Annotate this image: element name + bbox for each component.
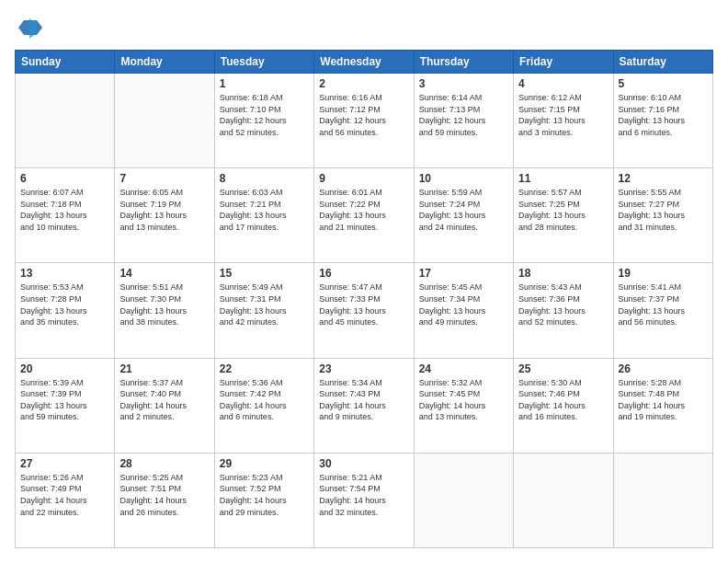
calendar-cell: 22Sunrise: 5:36 AM Sunset: 7:42 PM Dayli… xyxy=(214,358,313,453)
week-row-1: 1Sunrise: 6:18 AM Sunset: 7:10 PM Daylig… xyxy=(16,74,713,168)
day-number: 6 xyxy=(20,172,109,185)
week-row-5: 27Sunrise: 5:26 AM Sunset: 7:49 PM Dayli… xyxy=(16,453,713,547)
day-header-wednesday: Wednesday xyxy=(314,51,414,74)
calendar-cell: 1Sunrise: 6:18 AM Sunset: 7:10 PM Daylig… xyxy=(214,74,313,168)
day-number: 26 xyxy=(619,362,708,375)
day-number: 5 xyxy=(619,77,708,90)
day-info: Sunrise: 5:55 AM Sunset: 7:27 PM Dayligh… xyxy=(619,187,708,233)
day-number: 22 xyxy=(220,362,309,375)
day-info: Sunrise: 5:26 AM Sunset: 7:49 PM Dayligh… xyxy=(20,472,109,518)
day-info: Sunrise: 5:41 AM Sunset: 7:37 PM Dayligh… xyxy=(619,282,708,327)
day-info: Sunrise: 6:10 AM Sunset: 7:16 PM Dayligh… xyxy=(619,92,708,138)
day-info: Sunrise: 5:36 AM Sunset: 7:42 PM Dayligh… xyxy=(220,377,309,423)
day-info: Sunrise: 6:01 AM Sunset: 7:22 PM Dayligh… xyxy=(319,187,408,233)
day-header-friday: Friday xyxy=(514,51,613,74)
day-number: 27 xyxy=(20,457,109,470)
calendar-cell: 28Sunrise: 5:25 AM Sunset: 7:51 PM Dayli… xyxy=(115,453,214,547)
day-number: 9 xyxy=(319,172,408,185)
calendar-cell: 25Sunrise: 5:30 AM Sunset: 7:46 PM Dayli… xyxy=(514,358,613,453)
day-header-sunday: Sunday xyxy=(16,51,115,74)
day-info: Sunrise: 5:45 AM Sunset: 7:34 PM Dayligh… xyxy=(419,282,508,327)
day-info: Sunrise: 5:23 AM Sunset: 7:52 PM Dayligh… xyxy=(220,472,309,518)
day-number: 15 xyxy=(220,267,309,280)
header xyxy=(15,15,713,40)
calendar-cell xyxy=(613,453,712,547)
day-number: 4 xyxy=(518,77,608,90)
day-number: 14 xyxy=(119,267,209,280)
calendar-table: SundayMondayTuesdayWednesdayThursdayFrid… xyxy=(15,50,713,548)
logo xyxy=(15,15,42,40)
calendar-cell: 16Sunrise: 5:47 AM Sunset: 7:33 PM Dayli… xyxy=(314,263,414,358)
day-info: Sunrise: 5:25 AM Sunset: 7:51 PM Dayligh… xyxy=(119,472,209,518)
day-number: 8 xyxy=(220,172,309,185)
calendar-cell: 6Sunrise: 6:07 AM Sunset: 7:18 PM Daylig… xyxy=(16,168,115,263)
day-number: 17 xyxy=(419,267,508,280)
calendar-cell: 11Sunrise: 5:57 AM Sunset: 7:25 PM Dayli… xyxy=(514,168,613,263)
calendar-cell: 30Sunrise: 5:21 AM Sunset: 7:54 PM Dayli… xyxy=(314,453,414,547)
day-info: Sunrise: 5:32 AM Sunset: 7:45 PM Dayligh… xyxy=(419,377,508,423)
calendar-cell: 7Sunrise: 6:05 AM Sunset: 7:19 PM Daylig… xyxy=(115,168,214,263)
calendar-cell: 19Sunrise: 5:41 AM Sunset: 7:37 PM Dayli… xyxy=(613,263,712,358)
calendar-cell xyxy=(514,453,613,547)
calendar-cell: 17Sunrise: 5:45 AM Sunset: 7:34 PM Dayli… xyxy=(414,263,513,358)
day-number: 19 xyxy=(619,267,708,280)
week-row-4: 20Sunrise: 5:39 AM Sunset: 7:39 PM Dayli… xyxy=(16,358,713,453)
calendar-cell xyxy=(414,453,513,547)
calendar-cell: 12Sunrise: 5:55 AM Sunset: 7:27 PM Dayli… xyxy=(613,168,712,263)
day-info: Sunrise: 5:21 AM Sunset: 7:54 PM Dayligh… xyxy=(319,472,408,518)
day-info: Sunrise: 6:14 AM Sunset: 7:13 PM Dayligh… xyxy=(419,92,508,138)
day-number: 2 xyxy=(319,77,408,90)
calendar-cell: 27Sunrise: 5:26 AM Sunset: 7:49 PM Dayli… xyxy=(16,453,115,547)
calendar-cell: 9Sunrise: 6:01 AM Sunset: 7:22 PM Daylig… xyxy=(314,168,414,263)
day-info: Sunrise: 6:05 AM Sunset: 7:19 PM Dayligh… xyxy=(119,187,209,233)
day-info: Sunrise: 5:47 AM Sunset: 7:33 PM Dayligh… xyxy=(319,282,408,327)
day-number: 3 xyxy=(419,77,508,90)
calendar-cell: 18Sunrise: 5:43 AM Sunset: 7:36 PM Dayli… xyxy=(514,263,613,358)
calendar-cell: 10Sunrise: 5:59 AM Sunset: 7:24 PM Dayli… xyxy=(414,168,513,263)
calendar-cell: 15Sunrise: 5:49 AM Sunset: 7:31 PM Dayli… xyxy=(214,263,313,358)
day-info: Sunrise: 5:43 AM Sunset: 7:36 PM Dayligh… xyxy=(518,282,608,327)
day-number: 12 xyxy=(619,172,708,185)
calendar-cell: 14Sunrise: 5:51 AM Sunset: 7:30 PM Dayli… xyxy=(115,263,214,358)
calendar-cell: 26Sunrise: 5:28 AM Sunset: 7:48 PM Dayli… xyxy=(613,358,712,453)
calendar-cell: 2Sunrise: 6:16 AM Sunset: 7:12 PM Daylig… xyxy=(314,74,414,168)
day-header-monday: Monday xyxy=(115,51,214,74)
calendar-cell: 4Sunrise: 6:12 AM Sunset: 7:15 PM Daylig… xyxy=(514,74,613,168)
day-info: Sunrise: 5:34 AM Sunset: 7:43 PM Dayligh… xyxy=(319,377,408,423)
day-number: 7 xyxy=(119,172,209,185)
header-row: SundayMondayTuesdayWednesdayThursdayFrid… xyxy=(16,51,713,74)
day-info: Sunrise: 5:51 AM Sunset: 7:30 PM Dayligh… xyxy=(119,282,209,327)
day-info: Sunrise: 5:57 AM Sunset: 7:25 PM Dayligh… xyxy=(518,187,608,233)
calendar-cell: 23Sunrise: 5:34 AM Sunset: 7:43 PM Dayli… xyxy=(314,358,414,453)
day-number: 29 xyxy=(220,457,309,470)
calendar-cell xyxy=(115,74,214,168)
week-row-3: 13Sunrise: 5:53 AM Sunset: 7:28 PM Dayli… xyxy=(16,263,713,358)
day-info: Sunrise: 6:16 AM Sunset: 7:12 PM Dayligh… xyxy=(319,92,408,138)
day-number: 30 xyxy=(319,457,408,470)
day-number: 10 xyxy=(419,172,508,185)
day-number: 18 xyxy=(518,267,608,280)
logo-icon xyxy=(17,15,42,40)
day-number: 24 xyxy=(419,362,508,375)
day-number: 16 xyxy=(319,267,408,280)
day-number: 1 xyxy=(220,77,309,90)
day-info: Sunrise: 6:18 AM Sunset: 7:10 PM Dayligh… xyxy=(220,92,309,138)
calendar-cell: 13Sunrise: 5:53 AM Sunset: 7:28 PM Dayli… xyxy=(16,263,115,358)
day-info: Sunrise: 5:53 AM Sunset: 7:28 PM Dayligh… xyxy=(20,282,109,327)
calendar-cell: 24Sunrise: 5:32 AM Sunset: 7:45 PM Dayli… xyxy=(414,358,513,453)
day-number: 23 xyxy=(319,362,408,375)
day-number: 20 xyxy=(20,362,109,375)
calendar-cell: 29Sunrise: 5:23 AM Sunset: 7:52 PM Dayli… xyxy=(214,453,313,547)
day-info: Sunrise: 5:28 AM Sunset: 7:48 PM Dayligh… xyxy=(619,377,708,423)
calendar-cell: 21Sunrise: 5:37 AM Sunset: 7:40 PM Dayli… xyxy=(115,358,214,453)
week-row-2: 6Sunrise: 6:07 AM Sunset: 7:18 PM Daylig… xyxy=(16,168,713,263)
calendar-cell: 20Sunrise: 5:39 AM Sunset: 7:39 PM Dayli… xyxy=(16,358,115,453)
day-info: Sunrise: 5:30 AM Sunset: 7:46 PM Dayligh… xyxy=(518,377,608,423)
day-info: Sunrise: 5:59 AM Sunset: 7:24 PM Dayligh… xyxy=(419,187,508,233)
day-info: Sunrise: 5:37 AM Sunset: 7:40 PM Dayligh… xyxy=(119,377,209,423)
day-number: 28 xyxy=(119,457,209,470)
day-info: Sunrise: 6:07 AM Sunset: 7:18 PM Dayligh… xyxy=(20,187,109,233)
day-number: 25 xyxy=(518,362,608,375)
day-header-thursday: Thursday xyxy=(414,51,513,74)
day-info: Sunrise: 6:12 AM Sunset: 7:15 PM Dayligh… xyxy=(518,92,608,138)
